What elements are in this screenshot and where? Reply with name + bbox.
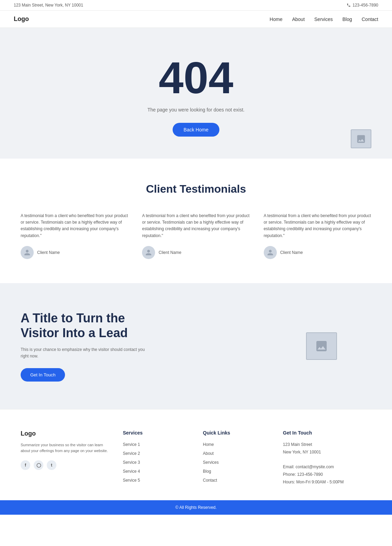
person-icon-3: [267, 249, 274, 256]
testimonial-card-2: A testimonial from a client who benefite…: [142, 213, 250, 259]
cta-content: A Title to Turn the Visitor Into a Lead …: [21, 311, 151, 382]
author-name-1: Client Name: [37, 250, 60, 255]
cta-title: A Title to Turn the Visitor Into a Lead: [21, 311, 151, 340]
cta-description: This is your chance to emphasize why the…: [21, 346, 151, 360]
phone-container: 123-456-7890: [347, 3, 378, 8]
phone-number: 123-456-7890: [352, 3, 378, 8]
back-home-button[interactable]: Back Home: [173, 123, 219, 137]
footer-link-about[interactable]: About: [203, 451, 214, 456]
error-placeholder-image: [351, 129, 371, 148]
nav-blog[interactable]: Blog: [342, 17, 352, 22]
testimonial-text-3: A testimonial from a client who benefite…: [264, 213, 371, 239]
testimonial-text-2: A testimonial from a client who benefite…: [142, 213, 250, 239]
footer-quicklinks-list: Home About Services Blog Contact: [203, 441, 269, 483]
footer-address-line1: 123 Main Street: [283, 441, 371, 448]
footer-services-list: Service 1 Service 2 Service 3 Service 4 …: [123, 441, 189, 483]
footer-bottom: © All Rights Reserved.: [0, 500, 392, 515]
address: 123 Main Street, New York, NY 10001: [14, 3, 83, 8]
footer-address-line2: New York, NY 10001: [283, 449, 371, 456]
footer-contact-info: 123 Main Street New York, NY 10001 Email…: [283, 441, 371, 486]
footer: Logo Summarize your business so the visi…: [0, 409, 392, 515]
footer-col-brand: Logo Summarize your business so the visi…: [21, 430, 109, 486]
author-name-2: Client Name: [159, 250, 181, 255]
footer-email: Email: contact@mysite.com: [283, 463, 371, 470]
footer-col-quicklinks: Quick Links Home About Services Blog Con…: [203, 430, 269, 486]
footer-col-contact: Get In Touch 123 Main Street New York, N…: [283, 430, 371, 486]
footer-phone: Phone: 123-456-7890: [283, 471, 371, 478]
footer-link-contact[interactable]: Contact: [203, 478, 217, 483]
footer-service-3[interactable]: Service 3: [123, 460, 140, 465]
testimonial-text-1: A testimonial from a client who benefite…: [21, 213, 128, 239]
footer-service-4[interactable]: Service 4: [123, 469, 140, 474]
testimonial-author-2: Client Name: [142, 246, 250, 259]
person-icon-1: [24, 249, 31, 256]
testimonials-section: Client Testimonials A testimonial from a…: [0, 159, 392, 283]
testimonial-author-3: Client Name: [264, 246, 371, 259]
nav-about[interactable]: About: [292, 17, 305, 22]
footer-grid: Logo Summarize your business so the visi…: [21, 430, 371, 486]
footer-link-home[interactable]: Home: [203, 442, 214, 447]
avatar-2: [142, 246, 155, 259]
top-bar: 123 Main Street, New York, NY 10001 123-…: [0, 0, 392, 11]
testimonial-card-1: A testimonial from a client who benefite…: [21, 213, 128, 259]
footer-logo: Logo: [21, 430, 109, 437]
error-section: 404 The page you were looking for does n…: [0, 28, 392, 159]
avatar-1: [21, 246, 34, 259]
avatar-3: [264, 246, 277, 259]
person-icon-2: [145, 249, 152, 256]
twitter-icon[interactable]: t: [47, 460, 56, 470]
author-name-3: Client Name: [280, 250, 303, 255]
footer-link-blog[interactable]: Blog: [203, 469, 211, 474]
nav-services[interactable]: Services: [314, 17, 333, 22]
instagram-icon[interactable]: ◯: [34, 460, 43, 470]
copyright: © All Rights Reserved.: [175, 505, 217, 510]
footer-col-services: Services Service 1 Service 2 Service 3 S…: [123, 430, 189, 486]
image-placeholder-icon: [356, 134, 366, 144]
cta-placeholder-image: [306, 332, 337, 360]
logo: Logo: [14, 15, 29, 23]
nav-home[interactable]: Home: [270, 17, 282, 22]
main-nav: Home About Services Blog Contact: [270, 16, 378, 22]
cta-section: A Title to Turn the Visitor Into a Lead …: [0, 283, 392, 409]
footer-link-services[interactable]: Services: [203, 460, 219, 465]
footer-service-1[interactable]: Service 1: [123, 442, 140, 447]
header: Logo Home About Services Blog Contact: [0, 11, 392, 28]
footer-services-title: Services: [123, 430, 189, 436]
footer-contact-title: Get In Touch: [283, 430, 371, 436]
testimonial-author-1: Client Name: [21, 246, 128, 259]
nav-contact[interactable]: Contact: [362, 17, 378, 22]
facebook-icon[interactable]: f: [21, 460, 30, 470]
get-in-touch-button[interactable]: Get In Touch: [21, 368, 65, 382]
footer-hours: Hours: Mon-Fri 9:00AM - 5:00PM: [283, 479, 371, 485]
testimonials-title: Client Testimonials: [21, 183, 371, 195]
footer-quicklinks-title: Quick Links: [203, 430, 269, 436]
footer-description: Summarize your business so the visitor c…: [21, 442, 109, 454]
error-message: The page you were looking for does not e…: [14, 107, 378, 113]
error-code: 404: [14, 55, 378, 100]
footer-service-2[interactable]: Service 2: [123, 451, 140, 456]
testimonial-card-3: A testimonial from a client who benefite…: [264, 213, 371, 259]
footer-social: f ◯ t: [21, 460, 109, 470]
testimonials-grid: A testimonial from a client who benefite…: [21, 213, 371, 259]
phone-icon: [347, 3, 351, 7]
footer-service-5[interactable]: Service 5: [123, 478, 140, 483]
cta-image-icon: [315, 339, 328, 353]
